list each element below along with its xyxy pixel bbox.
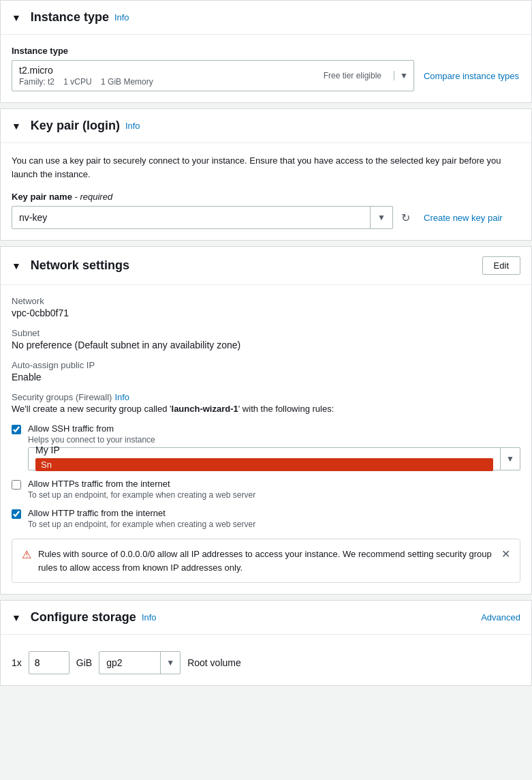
- ssh-checkbox[interactable]: [12, 425, 21, 434]
- network-settings-section: ▼ Network settings Edit Network vpc-0cbb…: [0, 246, 532, 595]
- create-new-key-pair-link[interactable]: Create new key pair: [424, 213, 503, 223]
- warning-close-button[interactable]: ✕: [501, 548, 510, 560]
- key-pair-collapse-icon[interactable]: ▼: [12, 121, 21, 132]
- instance-type-select-info: t2.micro Family: t2 1 vCPU 1 GiB Memory: [19, 65, 153, 87]
- instance-type-name: t2.micro: [19, 65, 153, 76]
- instance-type-title: Instance type: [31, 10, 109, 25]
- warning-text: Rules with source of 0.0.0.0/0 allow all…: [38, 548, 495, 574]
- ssh-ip-value: My IP Sn: [29, 440, 500, 478]
- https-checkbox-row: Allow HTTPs traffic from the internet To…: [12, 479, 520, 500]
- sg-label: Security groups (Firewall) Info: [12, 392, 520, 402]
- https-sub: To set up an endpoint, for example when …: [28, 490, 255, 500]
- auto-assign-field: Auto-assign public IP Enable: [12, 360, 520, 382]
- auto-assign-value: Enable: [12, 372, 520, 382]
- storage-advanced-link[interactable]: Advanced: [481, 612, 520, 622]
- key-pair-header-left: ▼ Key pair (login) Info: [12, 119, 140, 133]
- network-settings-header-left: ▼ Network settings: [12, 258, 129, 273]
- subnet-value: No preference (Default subnet in any ava…: [12, 340, 520, 350]
- network-settings-body: Network vpc-0cbb0f71 Subnet No preferenc…: [1, 285, 531, 594]
- https-label: Allow HTTPs traffic from the internet: [28, 479, 255, 489]
- keypair-select-value: nv-key: [12, 208, 370, 227]
- warning-icon: ⚠: [22, 548, 31, 561]
- storage-type-value: gp2: [99, 653, 160, 672]
- instance-vcpu: 1 vCPU: [63, 77, 91, 87]
- compare-instance-types-link[interactable]: Compare instance types: [424, 71, 519, 81]
- instance-type-select[interactable]: t2.micro Family: t2 1 vCPU 1 GiB Memory …: [12, 61, 394, 91]
- sg-description: We'll create a new security group called…: [12, 404, 520, 414]
- http-label: Allow HTTP traffic from the internet: [28, 508, 255, 518]
- keypair-dropdown-arrow[interactable]: ▼: [370, 207, 392, 228]
- sg-name: launch-wizard-1: [172, 404, 238, 414]
- http-checkbox-row: Allow HTTP traffic from the internet To …: [12, 508, 520, 529]
- storage-body: 1x GiB gp2 ▼ Root volume: [1, 635, 531, 685]
- network-edit-button[interactable]: Edit: [482, 256, 520, 275]
- sg-info-link[interactable]: Info: [114, 392, 129, 402]
- network-value: vpc-0cbb0f71: [12, 308, 520, 318]
- http-checkbox[interactable]: [12, 509, 21, 519]
- http-sub: To set up an endpoint, for example when …: [28, 520, 255, 529]
- instance-type-header: ▼ Instance type Info: [1, 1, 531, 35]
- subnet-label: Subnet: [12, 328, 520, 338]
- instance-type-field-label: Instance type: [12, 46, 520, 56]
- https-label-col: Allow HTTPs traffic from the internet To…: [28, 479, 255, 500]
- instance-type-dropdown-arrow[interactable]: ▼: [394, 71, 413, 80]
- instance-memory: 1 GiB Memory: [101, 77, 153, 87]
- create-key-pair-row: ↻ Create new key pair: [401, 211, 503, 224]
- refresh-icon[interactable]: ↻: [401, 211, 410, 224]
- storage-header-left: ▼ Configure storage Info: [12, 610, 157, 625]
- ssh-ip-dropdown-arrow[interactable]: ▼: [500, 448, 520, 470]
- ssh-ip-select[interactable]: My IP Sn ▼: [28, 447, 520, 470]
- ssh-label: Allow SSH traffic from: [28, 423, 155, 434]
- key-pair-section: ▼ Key pair (login) Info You can use a ke…: [0, 108, 532, 241]
- storage-type-arrow[interactable]: ▼: [160, 652, 180, 674]
- key-pair-header: ▼ Key pair (login) Info: [1, 109, 531, 143]
- storage-unit: GiB: [76, 657, 92, 668]
- network-field: Network vpc-0cbb0f71: [12, 296, 520, 318]
- collapse-icon[interactable]: ▼: [12, 12, 21, 23]
- storage-title: Configure storage: [31, 610, 136, 625]
- ssh-ip-select-area: My IP Sn ▼: [28, 447, 520, 470]
- storage-size-input[interactable]: [29, 651, 69, 674]
- instance-type-details: Family: t2 1 vCPU 1 GiB Memory: [19, 77, 153, 87]
- subnet-field: Subnet No preference (Default subnet in …: [12, 328, 520, 350]
- configure-storage-section: ▼ Configure storage Info Advanced 1x GiB…: [0, 600, 532, 686]
- warning-box: ⚠ Rules with source of 0.0.0.0/0 allow a…: [12, 539, 520, 583]
- network-settings-title: Network settings: [31, 258, 129, 273]
- https-checkbox[interactable]: [12, 480, 21, 490]
- instance-type-body: Instance type t2.micro Family: t2 1 vCPU…: [1, 35, 531, 102]
- http-label-col: Allow HTTP traffic from the internet To …: [28, 508, 255, 529]
- storage-row: 1x GiB gp2 ▼ Root volume: [12, 651, 520, 674]
- storage-info-link[interactable]: Info: [142, 612, 157, 622]
- instance-type-header-left: ▼ Instance type Info: [12, 10, 129, 25]
- key-pair-info-link[interactable]: Info: [125, 121, 140, 131]
- keypair-row: nv-key ▼ ↻ Create new key pair: [12, 206, 520, 229]
- key-pair-field-label: Key pair name - required: [12, 192, 520, 202]
- key-pair-title: Key pair (login): [31, 119, 120, 133]
- key-pair-description: You can use a key pair to securely conne…: [12, 154, 520, 181]
- storage-multiplier: 1x: [12, 657, 22, 668]
- keypair-select-wrapper[interactable]: nv-key ▼: [12, 206, 393, 229]
- instance-type-info-link[interactable]: Info: [114, 12, 129, 22]
- instance-type-select-wrapper[interactable]: t2.micro Family: t2 1 vCPU 1 GiB Memory …: [12, 60, 414, 91]
- security-groups-field: Security groups (Firewall) Info We'll cr…: [12, 392, 520, 414]
- instance-family: Family: t2: [19, 77, 54, 87]
- network-settings-header: ▼ Network settings Edit: [1, 247, 531, 285]
- ip-highlight: Sn: [35, 458, 493, 471]
- instance-type-row: t2.micro Family: t2 1 vCPU 1 GiB Memory …: [12, 60, 520, 91]
- auto-assign-label: Auto-assign public IP: [12, 360, 520, 370]
- key-pair-body: You can use a key pair to securely conne…: [1, 143, 531, 240]
- storage-root-label: Root volume: [187, 657, 241, 668]
- storage-collapse-icon[interactable]: ▼: [12, 612, 21, 623]
- free-tier-badge: Free tier eligible: [324, 71, 381, 80]
- instance-type-section: ▼ Instance type Info Instance type t2.mi…: [0, 0, 532, 103]
- network-collapse-icon[interactable]: ▼: [12, 260, 21, 271]
- storage-header: ▼ Configure storage Info Advanced: [1, 601, 531, 635]
- key-pair-required: - required: [75, 192, 113, 202]
- storage-type-select[interactable]: gp2 ▼: [99, 651, 181, 674]
- network-label: Network: [12, 296, 520, 306]
